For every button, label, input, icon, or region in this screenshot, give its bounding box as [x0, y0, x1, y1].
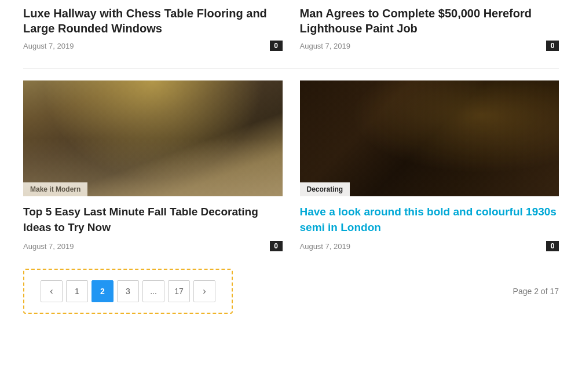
featured-right-meta: August 7, 2019 0 [300, 241, 559, 251]
page-wrapper: Luxe Hallway with Chess Table Flooring a… [0, 0, 582, 325]
featured-right-comments: 0 [546, 241, 559, 251]
featured-left-title[interactable]: Top 5 Easy Last Minute Fall Table Decora… [23, 204, 283, 235]
top-article-left-date: August 7, 2019 [23, 42, 74, 50]
pagination-box: ‹ 1 2 3 ... 17 › [23, 269, 233, 314]
page-2-button[interactable]: 2 [91, 280, 114, 302]
top-articles-row: Luxe Hallway with Chess Table Flooring a… [23, 0, 559, 51]
top-article-right-title: Man Agrees to Complete $50,000 Hereford … [300, 6, 559, 36]
page-17-button[interactable]: 17 [168, 280, 190, 302]
top-article-right-date: August 7, 2019 [300, 42, 350, 50]
top-article-left-meta: August 7, 2019 0 [23, 41, 283, 51]
page-info: Page 2 of 17 [513, 287, 559, 296]
top-article-left-title: Luxe Hallway with Chess Table Flooring a… [23, 6, 283, 36]
next-page-button[interactable]: › [193, 280, 215, 302]
pagination-section: ‹ 1 2 3 ... 17 › Page 2 of 17 [23, 269, 559, 325]
page-1-button[interactable]: 1 [66, 280, 88, 302]
featured-left-image: Make it Modern [23, 80, 283, 196]
page-3-button[interactable]: 3 [117, 280, 139, 302]
featured-article-right: Decorating Have a look around this bold … [300, 80, 559, 251]
top-article-left: Luxe Hallway with Chess Table Flooring a… [23, 6, 283, 51]
section-divider [23, 68, 559, 69]
featured-right-image: Decorating [300, 80, 559, 196]
prev-page-button[interactable]: ‹ [41, 280, 63, 302]
featured-right-category: Decorating [300, 182, 350, 196]
featured-left-category: Make it Modern [23, 182, 87, 196]
top-article-left-comments: 0 [270, 41, 283, 51]
page-ellipsis: ... [142, 280, 164, 302]
featured-right-date: August 7, 2019 [300, 242, 350, 251]
featured-left-comments: 0 [270, 241, 283, 251]
featured-right-title[interactable]: Have a look around this bold and colourf… [300, 204, 559, 235]
featured-left-meta: August 7, 2019 0 [23, 241, 283, 251]
featured-left-date: August 7, 2019 [23, 242, 74, 251]
featured-articles-grid: Make it Modern Top 5 Easy Last Minute Fa… [23, 80, 559, 251]
top-article-right-meta: August 7, 2019 0 [300, 41, 559, 51]
top-article-right: Man Agrees to Complete $50,000 Hereford … [300, 6, 559, 51]
featured-article-left: Make it Modern Top 5 Easy Last Minute Fa… [23, 80, 283, 251]
top-article-right-comments: 0 [546, 41, 559, 51]
